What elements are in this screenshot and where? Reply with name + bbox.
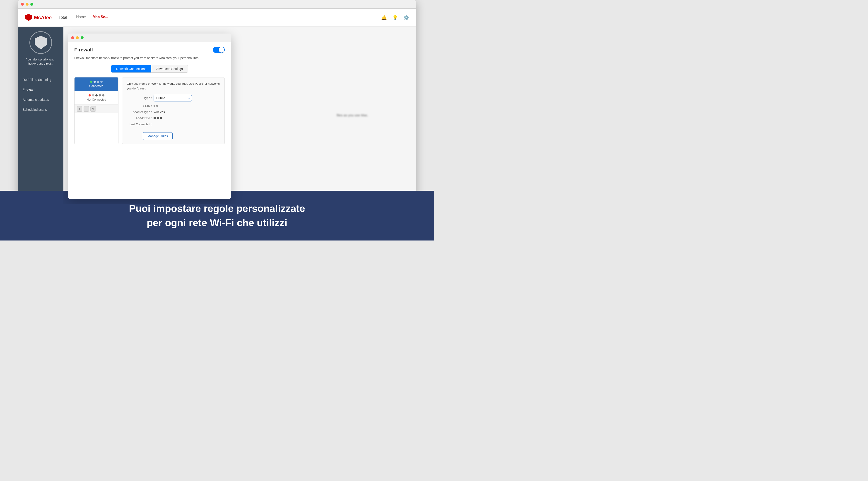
adapter-type-label: Adapter Type :	[127, 110, 152, 114]
ip-address-value	[154, 117, 162, 119]
network-item-notconnected[interactable]: Not Connected	[74, 91, 118, 105]
dot-1	[94, 81, 96, 83]
adapter-type-value: Wireless	[154, 110, 165, 114]
logo-text: McAfee	[34, 15, 52, 21]
type-label: Type :	[127, 96, 152, 100]
network-item-connected[interactable]: Connected	[74, 77, 118, 91]
ssid-dot-2	[156, 105, 158, 107]
sidebar-menu: Real-Time Scanning Firewall Automatic up…	[18, 75, 63, 115]
dot-2	[97, 81, 99, 83]
firewall-toggle[interactable]	[213, 46, 225, 53]
dot-green	[90, 81, 92, 83]
shield-icon	[35, 36, 47, 50]
mcafee-app-window: McAfee Total Home Mac Se... 🔔 💡 ⚙️ Your …	[18, 0, 416, 204]
dialog-body: Firewall Firewall monitors network traff…	[68, 42, 231, 149]
nav-home[interactable]: Home	[76, 15, 86, 21]
sidebar: Your Mac security aga...hackers and thre…	[18, 27, 63, 204]
right-panel-text: files as you use Mac.	[337, 113, 368, 118]
mcafee-logo: McAfee	[25, 14, 52, 21]
connected-label: Connected	[89, 84, 103, 88]
dot-3	[100, 81, 103, 83]
type-row: Type : Public Home Work ⌄	[127, 95, 220, 101]
sidebar-item-scheduledscans[interactable]: Scheduled scans	[18, 105, 63, 115]
ssid-value	[154, 105, 158, 107]
dialog-content: Connected Not Connected	[74, 77, 225, 144]
main-nav: Home Mac Se...	[76, 15, 108, 21]
shield-logo-icon	[25, 14, 32, 21]
dialog-description: Firewall monitors network traffic to pro…	[74, 56, 225, 61]
right-panel: files as you use Mac.	[289, 27, 416, 204]
firewall-dialog: Firewall Firewall monitors network traff…	[68, 34, 231, 199]
dot-dark1	[95, 94, 98, 96]
connected-dots	[90, 81, 103, 83]
dialog-header-row: Firewall	[74, 46, 225, 53]
sidebar-shield-circle	[29, 31, 52, 54]
last-connected-row: Last Connected :	[127, 123, 220, 126]
banner-line2: per ogni rete Wi-Fi che utilizzi	[147, 217, 287, 229]
notconnected-dots	[89, 94, 104, 96]
sidebar-item-autoupdates[interactable]: Automatic updates	[18, 95, 63, 105]
titlebar	[18, 0, 416, 9]
dialog-tabs: Network Connections Advanced Settings	[111, 65, 188, 73]
add-network-button[interactable]: +	[77, 106, 82, 111]
ip-dot-1	[154, 117, 156, 119]
main-content: files as you use Mac. Firewall Firewall …	[63, 27, 416, 204]
edit-network-button[interactable]: ✎	[90, 106, 96, 111]
ssid-label: SSID :	[127, 104, 152, 107]
adapter-type-row: Adapter Type : Wireless	[127, 110, 220, 114]
logo-divider	[55, 14, 55, 21]
dialog-close-button[interactable]	[71, 36, 74, 39]
last-connected-label: Last Connected :	[127, 123, 152, 126]
dot-light1	[92, 94, 94, 96]
ip-address-label: IP Address :	[127, 117, 152, 120]
lightbulb-icon[interactable]: 💡	[392, 15, 398, 21]
sidebar-status-text: Your Mac security aga...hackers and thre…	[23, 58, 59, 66]
sidebar-item-realtime[interactable]: Real-Time Scanning	[18, 75, 63, 85]
ip-dot-2	[157, 117, 159, 119]
bell-icon[interactable]: 🔔	[381, 15, 387, 21]
maximize-button[interactable]	[30, 3, 33, 6]
type-select-wrapper: Public Home Work ⌄	[154, 95, 192, 101]
product-name: Total	[58, 15, 67, 20]
dialog-titlebar	[68, 34, 231, 42]
dialog-maximize-button[interactable]	[81, 36, 84, 39]
ssid-row: SSID :	[127, 104, 220, 107]
tab-advanced-settings[interactable]: Advanced Settings	[151, 65, 188, 72]
dialog-minimize-button[interactable]	[76, 36, 79, 39]
dot-medium1	[99, 94, 101, 96]
remove-network-button[interactable]: −	[84, 106, 89, 111]
header-icons: 🔔 💡 ⚙️	[381, 15, 409, 21]
dialog-title: Firewall	[74, 47, 93, 53]
dot-red	[89, 94, 91, 96]
ip-address-row: IP Address :	[127, 117, 220, 120]
tab-network-connections[interactable]: Network Connections	[111, 65, 151, 72]
ip-dot-3	[160, 117, 162, 119]
nav-macsecurity[interactable]: Mac Se...	[93, 15, 108, 21]
network-info-text: Only use Home or Work for networks you t…	[127, 82, 220, 91]
type-select[interactable]: Public Home Work	[154, 95, 192, 101]
gear-icon[interactable]: ⚙️	[403, 15, 409, 21]
manage-rules-button[interactable]: Manage Rules	[143, 132, 173, 140]
minimize-button[interactable]	[26, 3, 29, 6]
close-button[interactable]	[21, 3, 24, 6]
banner-line1: Puoi impostare regole personalizzate	[129, 202, 305, 215]
ssid-dot-1	[154, 105, 155, 107]
sidebar-item-firewall[interactable]: Firewall	[18, 85, 63, 95]
network-list-footer: + − ✎	[74, 105, 118, 113]
network-details-panel: Only use Home or Work for networks you t…	[122, 77, 225, 144]
app-header: McAfee Total Home Mac Se... 🔔 💡 ⚙️	[18, 9, 416, 27]
network-list: Connected Not Connected	[74, 77, 119, 144]
notconnected-label: Not Connected	[87, 98, 106, 101]
dot-medium2	[102, 94, 104, 96]
